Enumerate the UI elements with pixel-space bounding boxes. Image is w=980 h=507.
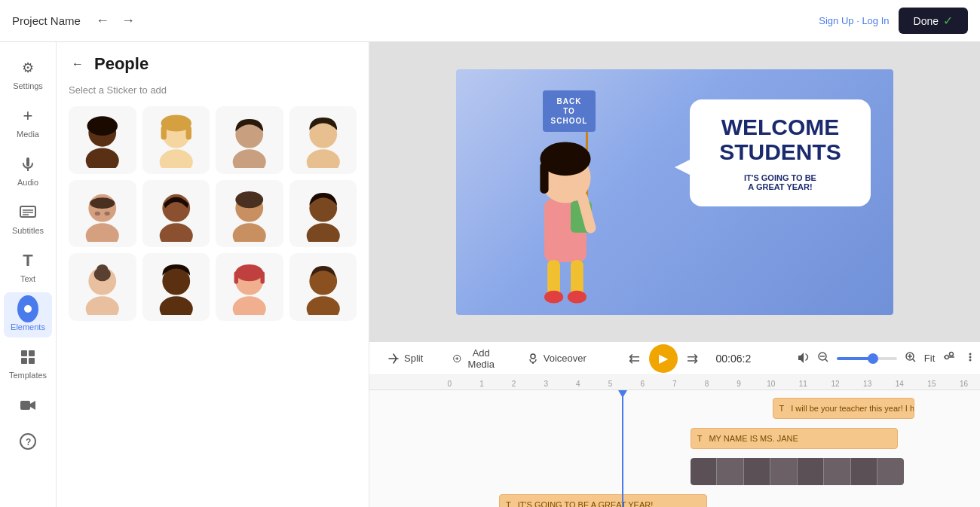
- track-content: T MY NAME IS MS. JANE: [433, 425, 980, 452]
- fit-button[interactable]: Fit: [924, 353, 935, 364]
- sticker-item[interactable]: [142, 253, 210, 321]
- svg-point-29: [90, 197, 115, 209]
- sidebar-item-media[interactable]: + Media: [4, 99, 52, 145]
- sticker-item[interactable]: [216, 253, 283, 321]
- volume-slider[interactable]: [837, 357, 897, 360]
- more-options-button[interactable]: [963, 350, 977, 367]
- svg-point-33: [159, 223, 192, 242]
- welcome-text: WELCOME STUDENTS: [708, 115, 853, 164]
- svg-point-24: [233, 150, 266, 169]
- media-icon: +: [17, 105, 38, 127]
- svg-rect-49: [260, 272, 265, 285]
- nav-arrows: ← →: [93, 10, 138, 32]
- done-label: Done: [914, 15, 939, 27]
- sidebar-item-settings[interactable]: ⚙ Settings: [4, 51, 52, 96]
- sidebar-item-templates[interactable]: Templates: [4, 341, 52, 386]
- right-controls: Fit: [796, 350, 977, 367]
- svg-rect-55: [540, 162, 548, 194]
- forward-button[interactable]: ⇉: [687, 350, 698, 367]
- svg-rect-21: [161, 126, 166, 139]
- svg-point-79: [969, 359, 972, 361]
- split-button[interactable]: Split: [381, 350, 429, 368]
- panel-subtitle: Select a Sticker to add: [69, 84, 357, 96]
- speech-bubble: WELCOME STUDENTS IT'S GOING TO BE A GREA…: [690, 99, 871, 206]
- timeline-tracks: 0 1 2 3 4 5 6 7 8 9 10 11 12 13: [369, 375, 980, 507]
- zoom-out-button[interactable]: [817, 351, 829, 366]
- sticker-item[interactable]: [289, 180, 357, 248]
- svg-point-59: [544, 290, 563, 303]
- top-bar-left: Project Name ← →: [12, 10, 138, 32]
- sidebar-icons: ⚙ Settings + Media Audio: [0, 42, 57, 507]
- people-panel: ← People Select a Sticker to add: [57, 42, 369, 507]
- sticker-item[interactable]: [216, 106, 283, 174]
- track-clip-video[interactable]: [691, 458, 904, 485]
- track-clip-text1[interactable]: T I will be your teacher this year! I ho…: [773, 398, 915, 419]
- media-label: Media: [17, 130, 39, 139]
- sidebar-item-record[interactable]: [4, 389, 52, 422]
- top-bar: Project Name ← → Sign Up · Log In Done ✓: [0, 0, 980, 42]
- sidebar-item-elements[interactable]: Elements: [4, 292, 52, 337]
- add-media-label: Add Media: [466, 347, 497, 370]
- playhead-triangle: [618, 390, 627, 398]
- settings-label: Settings: [13, 81, 43, 90]
- svg-text:?: ?: [26, 437, 31, 447]
- svg-marker-12: [30, 401, 35, 410]
- svg-point-28: [86, 223, 119, 242]
- sticker-item[interactable]: [69, 180, 136, 248]
- track-row: T I will be your teacher this year! I ho…: [369, 395, 980, 422]
- sidebar-item-audio[interactable]: Audio: [4, 148, 52, 193]
- zoom-in-button[interactable]: [905, 351, 917, 366]
- sticker-item[interactable]: [216, 180, 283, 248]
- sidebar-item-subtitles[interactable]: Subtitles: [4, 196, 52, 241]
- playhead[interactable]: [622, 390, 623, 507]
- redo-button[interactable]: →: [118, 10, 138, 32]
- sidebar-item-help[interactable]: ?: [4, 425, 52, 458]
- svg-rect-22: [185, 126, 191, 139]
- sticker-item[interactable]: [142, 106, 210, 174]
- sticker-item[interactable]: [289, 106, 357, 174]
- svg-point-75: [945, 355, 949, 359]
- playback-controls: ⇇ ▶ ⇉ 00:06:2: [629, 344, 760, 373]
- tracks-container: T I will be your teacher this year! I ho…: [369, 390, 980, 507]
- audio-icon: [17, 154, 38, 175]
- help-icon: ?: [17, 431, 38, 452]
- svg-rect-8: [29, 350, 35, 356]
- sidebar-item-text[interactable]: T Text: [4, 244, 52, 289]
- back-button[interactable]: ←: [69, 54, 87, 74]
- add-media-button[interactable]: Add Media: [447, 344, 502, 373]
- sticker-item[interactable]: [69, 106, 136, 174]
- rewind-button[interactable]: ⇇: [629, 350, 640, 367]
- clip-text: T I will be your teacher this year! I ho…: [779, 404, 915, 413]
- play-button[interactable]: ▶: [649, 344, 678, 373]
- done-button[interactable]: Done ✓: [899, 8, 968, 34]
- canvas-container: BACK TO SCHOOL: [369, 42, 980, 341]
- svg-point-38: [306, 223, 339, 242]
- svg-point-42: [96, 264, 108, 273]
- undo-button[interactable]: ←: [93, 10, 112, 32]
- svg-point-40: [86, 297, 119, 316]
- project-name: Project Name: [12, 14, 81, 27]
- sticker-item[interactable]: [69, 253, 136, 321]
- track-content: [433, 455, 980, 488]
- svg-point-19: [159, 150, 192, 169]
- track-clip-text3[interactable]: T IT'S GOING TO BE A GREAT YEAR!: [499, 494, 707, 507]
- track-clip-text2[interactable]: T MY NAME IS MS. JANE: [691, 428, 899, 449]
- timeline-toolbar: Split Add Media Voiceover ⇇ ▶ ⇉ 00:06:2: [369, 342, 980, 375]
- voiceover-button[interactable]: Voiceover: [521, 350, 593, 368]
- svg-point-30: [95, 211, 100, 215]
- svg-line-68: [825, 359, 828, 362]
- svg-rect-9: [21, 358, 27, 364]
- auth-links[interactable]: Sign Up · Log In: [819, 15, 889, 26]
- checkmark-icon: ✓: [943, 14, 953, 28]
- sticker-grid: [69, 106, 357, 321]
- track-row: [369, 455, 980, 488]
- timeline-area: Split Add Media Voiceover ⇇ ▶ ⇉ 00:06:2: [369, 341, 980, 507]
- sticker-item[interactable]: [142, 180, 210, 248]
- svg-rect-11: [20, 401, 30, 410]
- svg-rect-7: [21, 350, 27, 356]
- volume-button[interactable]: [796, 350, 810, 367]
- audio-settings-button[interactable]: [942, 350, 956, 367]
- sticker-item[interactable]: [289, 253, 357, 321]
- subtitles-icon: [17, 202, 38, 223]
- elements-label: Elements: [11, 322, 45, 331]
